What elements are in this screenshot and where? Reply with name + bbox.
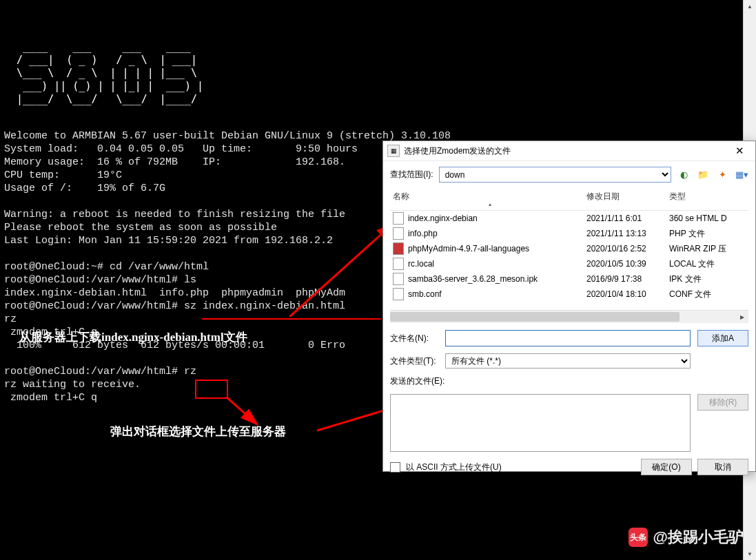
dialog-title: 选择使用Zmodem发送的文件 (404, 145, 726, 157)
remove-button[interactable]: 移除(R) (697, 394, 748, 411)
up-one-level-icon[interactable]: 📁 (696, 168, 710, 182)
watermark-text: @挨踢小毛驴 (653, 527, 744, 548)
col-type-label[interactable]: 类型 (669, 191, 748, 207)
terminal-line: root@OneCloud:/var/www/html# rz (4, 366, 196, 377)
add-button-label: 添加A (712, 333, 734, 344)
horizontal-scrollbar[interactable]: ▶ (390, 310, 748, 323)
file-icon (393, 258, 404, 270)
watermark: 头条 @挨踢小毛驴 (629, 527, 744, 548)
dialog-icon: ▦ (387, 145, 400, 157)
file-row[interactable]: info.php2021/1/11 13:13PHP 文件 (390, 226, 748, 241)
file-row[interactable]: rc.local2020/10/5 10:39LOCAL 文件 (390, 256, 748, 271)
col-date-label[interactable]: 修改日期 (586, 191, 669, 207)
look-in-select[interactable]: down (439, 167, 671, 183)
file-name: info.php (408, 229, 438, 238)
terminal-line: rz (4, 313, 17, 325)
file-date: 2020/10/4 18:10 (586, 289, 669, 299)
watermark-logo: 头条 (629, 528, 648, 547)
back-icon[interactable]: ◐ (677, 168, 691, 182)
file-name: rc.local (408, 259, 434, 269)
terminal-line: root@OneCloud:~# cd /var/www/html (4, 261, 209, 273)
sort-indicator-icon: ▴ (393, 201, 586, 207)
filetype-label: 文件类型(T): (390, 355, 438, 367)
file-type: IPK 文件 (669, 273, 748, 285)
terminal-line: root@OneCloud:/var/www/html# ls (4, 274, 196, 286)
col-name-label[interactable]: 名称 (393, 191, 409, 201)
file-type: LOCAL 文件 (669, 258, 748, 270)
file-name: samba36-server_3.6.28_meson.ipk (408, 274, 538, 284)
file-icon (393, 212, 404, 225)
file-date: 2016/9/9 17:38 (586, 274, 669, 284)
file-name: index.nginx-debian (408, 214, 478, 223)
zmodem-file-dialog: ▦ 选择使用Zmodem发送的文件 ✕ 查找范围(I): down ◐ 📁 ✦ … (382, 141, 756, 472)
close-icon[interactable]: ✕ (726, 143, 753, 158)
sent-files-list[interactable] (390, 394, 691, 452)
file-icon (393, 242, 404, 255)
file-row[interactable]: samba36-server_3.6.28_meson.ipk2016/9/9 … (390, 271, 748, 287)
file-icon (393, 227, 404, 240)
remove-button-label: 移除(R) (709, 397, 737, 408)
file-type: 360 se HTML D (669, 214, 748, 223)
ascii-upload-label: 以 ASCII 方式上传文件(U) (406, 462, 502, 473)
view-menu-icon[interactable]: ▦▾ (735, 168, 748, 182)
dialog-titlebar[interactable]: ▦ 选择使用Zmodem发送的文件 ✕ (383, 141, 755, 161)
terminal-line: index.nginx-debian.html info.php phpmyad… (4, 287, 345, 299)
file-icon (393, 288, 404, 300)
terminal-line: Last Login: Mon Jan 11 15:59:20 2021 fro… (4, 235, 333, 247)
file-icon (393, 273, 404, 285)
file-row[interactable]: smb.conf2020/10/4 18:10CONF 文件 (390, 287, 748, 302)
terminal-line: rz waiting to receive. (4, 379, 141, 391)
file-list-header[interactable]: 名称▴ 修改日期 类型 (390, 188, 748, 211)
add-button[interactable]: 添加A (697, 330, 748, 346)
terminal-line: zmodem trl+C q (4, 392, 97, 404)
scroll-up-icon[interactable]: ▲ (744, 0, 756, 12)
file-name: smb.conf (408, 289, 442, 299)
terminal-line: Warning: a reboot is needed to finish re… (4, 209, 345, 220)
sent-files-label: 发送的文件(E): (390, 375, 748, 387)
scroll-down-icon[interactable]: ▼ (744, 548, 756, 560)
ascii-art: ____ ___ ___ ____ / ___| ( _ ) / _ \ | _… (4, 41, 739, 106)
file-date: 2020/10/16 2:52 (586, 244, 669, 253)
cancel-button-label: 取消 (715, 462, 731, 473)
cancel-button[interactable]: 取消 (697, 459, 748, 475)
file-list[interactable]: index.nginx-debian2021/1/11 6:01360 se H… (390, 211, 748, 309)
filename-label: 文件名(N): (390, 333, 438, 344)
look-in-label: 查找范围(I): (390, 169, 433, 180)
file-date: 2021/1/11 6:01 (586, 214, 669, 223)
file-type: PHP 文件 (669, 228, 748, 240)
filename-input[interactable] (445, 330, 691, 346)
file-date: 2020/10/5 10:39 (586, 259, 669, 269)
file-name: phpMyAdmin-4.9.7-all-languages (408, 244, 529, 253)
ok-button[interactable]: 确定(O) (641, 459, 692, 475)
ok-button-label: 确定(O) (652, 462, 680, 473)
annotation-upload: 弹出对话框选择文件上传至服务器 (110, 424, 286, 439)
terminal-line: Memory usage: 16 % of 792MB IP: 192.168. (4, 156, 345, 168)
terminal-line: Usage of /: 19% of 6.7G (4, 183, 165, 194)
file-date: 2021/1/11 13:13 (586, 229, 669, 238)
terminal-line: root@OneCloud:/var/www/html# sz index.ng… (4, 300, 345, 312)
terminal-line: CPU temp: 19°C (4, 169, 122, 181)
file-row[interactable]: index.nginx-debian2021/1/11 6:01360 se H… (390, 211, 748, 226)
file-type: CONF 文件 (669, 289, 748, 300)
annotation-download: 从服务器上下载index.nginx-debian.html文件 (19, 329, 247, 345)
new-folder-icon[interactable]: ✦ (715, 168, 729, 182)
terminal-line: Please reboot the system as soon as poss… (4, 222, 277, 234)
file-row[interactable]: phpMyAdmin-4.9.7-all-languages2020/10/16… (390, 241, 748, 256)
filetype-select[interactable]: 所有文件 (*.*) (445, 353, 691, 369)
file-type: WinRAR ZIP 压 (669, 243, 748, 255)
scroll-thumb[interactable] (390, 312, 680, 322)
scroll-right-icon[interactable]: ▶ (736, 311, 748, 323)
ascii-upload-checkbox[interactable] (390, 462, 400, 473)
